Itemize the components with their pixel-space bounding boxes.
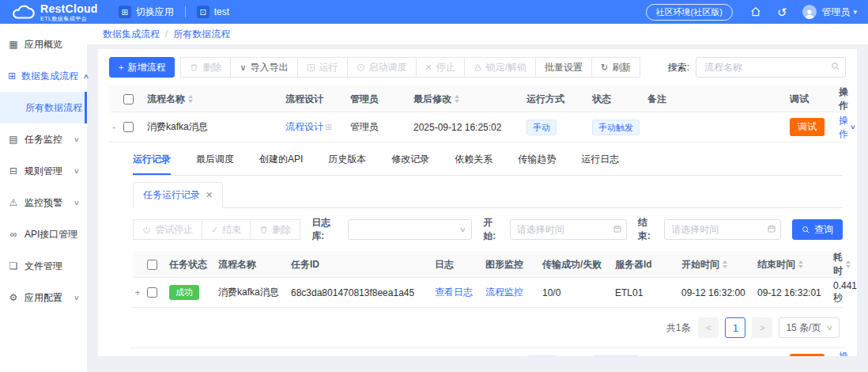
chevron-down-icon: ∨ <box>74 294 80 302</box>
home-icon[interactable] <box>750 6 761 17</box>
refresh-icon: ↻ <box>601 63 608 73</box>
prev-page-button[interactable]: < <box>698 317 719 338</box>
breadcrumb-level1[interactable]: 数据集成流程 <box>103 28 160 41</box>
flow-detail-panel: 运行记录 最后调度 创建的API 历史版本 修改记录 依赖关系 传输趋势 运行日… <box>130 142 846 348</box>
import-export-button[interactable]: ∨ 导入导出 <box>230 57 297 78</box>
task-status-badge: 成功 <box>169 285 199 300</box>
sidebar-item-app-overview[interactable]: ▦ 应用概览 <box>0 28 87 60</box>
brand-subtitle: ETL数据集成平台 <box>40 16 98 21</box>
user-menu[interactable]: 管理员 ▾ <box>821 6 857 19</box>
sort-icon[interactable] <box>846 260 851 268</box>
select-all-checkbox[interactable] <box>123 94 134 104</box>
page-number-button[interactable]: 1 <box>725 317 745 338</box>
new-flow-button[interactable]: + 新增流程 <box>109 57 175 78</box>
workspace-selector[interactable]: ⊡ test <box>197 6 229 18</box>
cloud-logo-icon <box>11 4 35 20</box>
task-flow-name: 消费kafka消息 <box>218 286 291 299</box>
delete-task-button[interactable]: 删除 <box>250 219 300 240</box>
action-menu[interactable]: 操作∨ <box>839 350 855 357</box>
start-time-label: 开始: <box>483 216 505 243</box>
trash-icon <box>190 63 198 72</box>
end-time-label: 结束: <box>638 216 660 243</box>
task-row-checkbox[interactable] <box>147 287 157 298</box>
end-time-input[interactable] <box>664 219 781 240</box>
search-icon <box>802 226 810 234</box>
debug-button[interactable]: 调试 <box>790 354 825 356</box>
switch-app-button[interactable]: ⊞ 切换应用 <box>119 6 174 19</box>
stop-button[interactable]: ✕ 停止 <box>416 57 465 78</box>
page-size-select[interactable]: 15 条/页 ∨ <box>779 317 840 338</box>
undo-icon[interactable]: ↺ <box>777 6 787 18</box>
action-menu[interactable]: 操作∨ <box>839 114 855 141</box>
grid-icon: ⊞ <box>119 6 131 18</box>
task-select-all-checkbox[interactable] <box>147 260 157 270</box>
sort-icon[interactable] <box>723 260 727 268</box>
subtab-task-run-records[interactable]: 任务运行记录 ✕ <box>133 182 223 208</box>
task-table-row: + 成功 消费kafka消息 68c3da801470813f8eea1a45 … <box>133 278 843 308</box>
sidebar-item-task-monitor[interactable]: ▤ 任务监控 ∨ <box>0 123 87 155</box>
env-badge[interactable]: 社区环境(社区版) <box>646 4 733 21</box>
main-content: 数据集成流程 / 所有数据流程 + 新增流程 删除 ∨ 导入导出 <box>87 24 868 372</box>
collapse-row-toggle[interactable]: - <box>109 122 123 133</box>
tab-dependencies[interactable]: 依赖关系 <box>455 146 492 175</box>
finish-button[interactable]: ✓ 结束 <box>202 219 251 240</box>
sort-icon[interactable] <box>798 260 803 268</box>
sidebar-item-alert-monitor[interactable]: ⚠ 监控预警 ∨ <box>0 187 87 218</box>
flow-name: 消费kafka消息 <box>147 120 285 134</box>
sort-icon[interactable] <box>455 95 459 103</box>
search-icon[interactable] <box>831 62 840 71</box>
breadcrumb-level2[interactable]: 所有数据流程 <box>173 28 230 41</box>
status-tag: 手动触发 <box>592 120 640 135</box>
search-input[interactable] <box>696 57 846 78</box>
row-checkbox[interactable] <box>123 122 134 132</box>
debug-button[interactable]: 调试 <box>790 118 825 136</box>
delete-button[interactable]: 删除 <box>180 57 231 78</box>
plus-icon: + <box>119 63 123 72</box>
close-icon[interactable]: ✕ <box>206 190 213 200</box>
lock-unlock-button[interactable]: 锁定/解锁 <box>464 57 536 78</box>
sort-icon[interactable] <box>188 95 193 103</box>
log-db-select[interactable]: ∨ <box>348 219 473 240</box>
view-log-link[interactable]: 查看日志 <box>435 286 473 299</box>
next-page-button[interactable]: > <box>752 317 772 338</box>
play-icon <box>307 63 315 72</box>
tab-run-records[interactable]: 运行记录 <box>133 146 171 175</box>
chevron-down-icon: ∨ <box>74 136 80 143</box>
log-db-label: 日志库: <box>311 216 342 243</box>
try-stop-button[interactable]: 尝试停止 <box>133 219 202 240</box>
breadcrumb: 数据集成流程 / 所有数据流程 <box>87 24 868 44</box>
tab-last-schedule[interactable]: 最后调度 <box>196 146 234 175</box>
alert-icon: ⚠ <box>8 197 19 208</box>
refresh-button[interactable]: ↻ 刷新 <box>591 57 640 78</box>
start-schedule-button[interactable]: 启动调度 <box>347 57 417 78</box>
query-button[interactable]: 查询 <box>792 219 843 240</box>
flow-list-card: + 新增流程 删除 ∨ 导入导出 运行 启动调度 <box>98 49 857 356</box>
flow-monitor-link[interactable]: 流程监控 <box>485 286 523 299</box>
expand-task-toggle[interactable]: + <box>133 287 147 298</box>
chevron-down-icon: ∨ <box>459 226 466 233</box>
run-button[interactable]: 运行 <box>297 57 348 78</box>
task-total-count: 共1条 <box>666 321 691 335</box>
subtab-strip: 任务运行记录 ✕ <box>133 182 843 208</box>
batch-settings-button[interactable]: 批量设置 <box>535 57 592 78</box>
tab-created-api[interactable]: 创建的API <box>259 146 303 175</box>
run-mode-tag: 手动 <box>526 120 557 135</box>
status-tag: 手动触发 <box>592 355 640 357</box>
task-toolbar: 尝试停止 ✓ 结束 删除 日志库: ∨ 开始: <box>133 216 843 243</box>
avatar[interactable] <box>802 5 817 19</box>
sidebar-item-app-config[interactable]: ⚙ 应用配置 ∨ <box>0 282 87 313</box>
tab-transfer-trend[interactable]: 传输趋势 <box>518 146 556 175</box>
sidebar-item-all-data-flows[interactable]: 所有数据流程 <box>0 92 87 123</box>
topbar-divider <box>185 6 186 17</box>
sidebar-item-file-management[interactable]: ❏ 文件管理 <box>0 250 87 282</box>
sidebar-item-data-integration[interactable]: ⊞ 数据集成流程 ∧ <box>0 60 87 92</box>
tab-run-logs[interactable]: 运行日志 <box>581 146 619 175</box>
sidebar-item-api-management[interactable]: ∞ API接口管理 <box>0 218 87 250</box>
file-icon: ❏ <box>8 260 19 271</box>
chevron-down-icon: ∨ <box>74 168 80 175</box>
tab-change-records[interactable]: 修改记录 <box>391 146 429 175</box>
start-time-input[interactable] <box>510 219 627 240</box>
sidebar-item-rule-management[interactable]: ⊟ 规则管理 ∨ <box>0 155 87 187</box>
tab-history-versions[interactable]: 历史版本 <box>328 146 366 175</box>
flow-design-link[interactable]: 流程设计 <box>285 120 323 134</box>
